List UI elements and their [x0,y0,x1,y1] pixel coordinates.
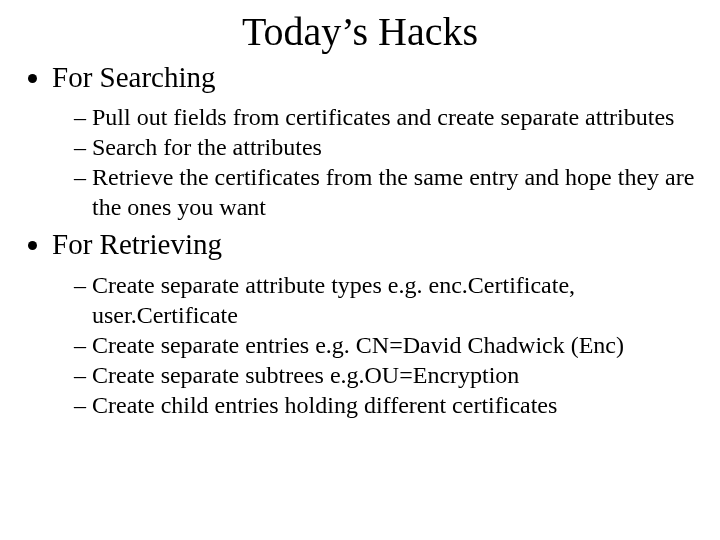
dash-icon: – [74,104,92,130]
dash-icon: – [74,332,92,358]
list-item: – Create separate attribute types e.g. e… [74,270,700,330]
section-heading-text: For Retrieving [52,228,222,260]
list-item-text: Pull out fields from certificates and cr… [92,104,674,130]
list-item: – Retrieve the certificates from the sam… [74,162,700,222]
list-item: – Create separate subtrees e.g.OU=Encryp… [74,360,700,390]
list-item: – Search for the attributes [74,132,700,162]
dash-icon: – [74,134,92,160]
list-item-text: Search for the attributes [92,134,322,160]
slide-title: Today’s Hacks [20,8,700,55]
list-item: – Create separate entries e.g. CN=David … [74,330,700,360]
dash-icon: – [74,362,92,388]
list-item: – Create child entries holding different… [74,390,700,420]
slide: Today’s Hacks For Searching – Pull out f… [0,0,720,540]
list-item-text: Create child entries holding different c… [92,392,557,418]
dash-icon: – [74,272,92,298]
list-item-text: Create separate entries e.g. CN=David Ch… [92,332,624,358]
sub-bullet-list: – Create separate attribute types e.g. e… [52,270,700,420]
dash-icon: – [74,392,92,418]
bullet-list: For Searching – Pull out fields from cer… [20,61,700,420]
sub-bullet-list: – Pull out fields from certificates and … [52,102,700,222]
section-heading: For Retrieving – Create separate attribu… [52,228,700,419]
list-item-text: Retrieve the certificates from the same … [92,164,694,220]
section-heading: For Searching – Pull out fields from cer… [52,61,700,222]
dash-icon: – [74,164,92,190]
list-item-text: Create separate attribute types e.g. enc… [92,272,575,328]
list-item: – Pull out fields from certificates and … [74,102,700,132]
section-heading-text: For Searching [52,61,216,93]
list-item-text: Create separate subtrees e.g.OU=Encrypti… [92,362,519,388]
